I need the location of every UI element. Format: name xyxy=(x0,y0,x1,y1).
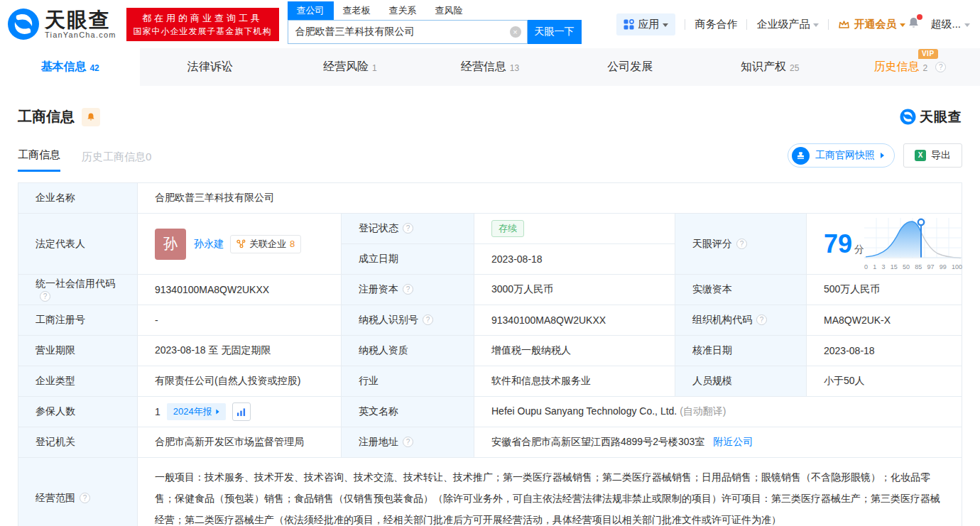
tab-legal-proceedings[interactable]: 法律诉讼 xyxy=(140,48,280,86)
search-tab-risk[interactable]: 查风险 xyxy=(426,1,472,20)
official-snapshot-label: 工商官网快照 xyxy=(815,149,875,162)
approval-date-value: 2023-08-18 xyxy=(807,336,962,366)
subtab-history-registration[interactable]: 历史工商信息0 xyxy=(82,150,151,172)
english-name-label: 英文名称 xyxy=(342,397,474,427)
reg-status-label: 登记状态 xyxy=(342,214,474,244)
menu-apps[interactable]: 应用 xyxy=(616,13,675,35)
search-tab-boss[interactable]: 查老板 xyxy=(334,1,380,20)
legal-rep-link[interactable]: 孙永建 xyxy=(194,238,224,251)
tab-count: 13 xyxy=(510,63,519,73)
menu-open-vip[interactable]: 开通会员 xyxy=(838,18,905,31)
menu-cooperation[interactable]: 商务合作 xyxy=(695,18,737,31)
credit-code-label: 统一社会信用代码 xyxy=(18,275,138,305)
clear-icon[interactable] xyxy=(510,26,521,38)
tab-company-development[interactable]: 公司发展 xyxy=(560,48,700,86)
score-label: 天眼评分 xyxy=(675,214,807,275)
tab-business-info[interactable]: 经营信息 13 xyxy=(420,48,560,86)
help-icon[interactable] xyxy=(423,314,433,325)
establish-date-label: 成立日期 xyxy=(342,244,474,275)
related-companies-badge[interactable]: 关联企业 8 xyxy=(230,235,301,253)
score-axis-labels: 0131550859799100 xyxy=(864,263,962,270)
annual-report-badge[interactable]: 2024年报 xyxy=(167,403,226,420)
company-type-label: 企业类型 xyxy=(18,366,138,397)
insured-trend-button[interactable] xyxy=(232,402,251,421)
top-header: 天眼查 TianYanCha.com 都在用的商业查询工具 国家中小企业发展子基… xyxy=(0,0,980,48)
menu-super-vip-label: 超级... xyxy=(930,18,961,31)
establish-date-value: 2023-08-18 xyxy=(474,244,675,275)
search-button[interactable]: 天眼一下 xyxy=(528,20,582,44)
brand-watermark-label: 天眼查 xyxy=(920,108,962,126)
promo-banner: 都在用的商业查询工具 国家中小企业发展子基金旗下机构 xyxy=(126,8,279,41)
official-snapshot-button[interactable]: 工商官网快照 xyxy=(788,143,895,168)
paid-capital-label: 实缴资本 xyxy=(675,275,807,305)
search-area: 查公司 查老板 查关系 查风险 天眼一下 xyxy=(288,1,582,44)
org-code-value: MA8QW2UK-X xyxy=(807,305,962,336)
subscribe-bell-button[interactable] xyxy=(82,108,100,126)
help-icon[interactable] xyxy=(80,493,90,503)
brand-watermark: 天眼查 xyxy=(900,108,962,126)
help-icon[interactable] xyxy=(40,291,50,302)
tab-operational-risk[interactable]: 经营风险 1 xyxy=(280,48,420,86)
search-tab-relation[interactable]: 查关系 xyxy=(380,1,426,20)
tab-intellectual-property[interactable]: 知识产权 25 xyxy=(700,48,840,86)
status-badge: 存续 xyxy=(491,220,524,237)
english-name-cell: Hefei Oupu Sanyang Technology Co., Ltd. … xyxy=(474,397,962,427)
divider xyxy=(746,19,747,30)
vip-badge: VIP xyxy=(918,49,938,59)
business-registration-section: 工商信息 天眼查 工商信息 历史工商信息0 工商官网快照 xyxy=(0,107,980,526)
notification-dot xyxy=(917,14,922,20)
score-value: 79分 xyxy=(824,231,864,257)
menu-super-vip[interactable]: 超级... xyxy=(930,18,970,31)
tianyancha-logo[interactable]: 天眼查 TianYanCha.com xyxy=(7,8,116,40)
help-icon[interactable] xyxy=(736,239,747,249)
stamp-icon xyxy=(792,147,810,165)
export-button[interactable]: 导出 xyxy=(903,143,962,168)
tab-count: 1 xyxy=(372,63,377,73)
reg-address-label: 注册地址 xyxy=(342,427,474,458)
menu-enterprise[interactable]: 企业级产品 xyxy=(756,18,819,31)
tab-count: 42 xyxy=(89,63,99,73)
arrow-right-icon xyxy=(216,410,219,415)
export-label: 导出 xyxy=(931,149,951,162)
industry-value: 软件和信息技术服务业 xyxy=(474,366,675,397)
chevron-down-icon xyxy=(813,23,819,27)
reg-address-value: 安徽省合肥市高新区望江西路4899号2号楼303室 xyxy=(491,436,704,447)
english-name-value: Hefei Oupu Sanyang Technology Co., Ltd. xyxy=(491,405,677,417)
business-term-label: 营业期限 xyxy=(18,336,138,366)
table-row: 营业期限 2023-08-18 至 无固定期限 纳税人资质 增值税一般纳税人 核… xyxy=(18,336,962,366)
divider xyxy=(685,19,685,30)
industry-label: 行业 xyxy=(342,366,474,397)
promo-line2: 国家中小企业发展子基金旗下机构 xyxy=(134,25,272,38)
reg-number-value: - xyxy=(138,305,342,336)
menu-apps-label: 应用 xyxy=(638,18,659,31)
table-row: 工商注册号 - 纳税人识别号 91340100MA8QW2UKXX 组织机构代码… xyxy=(18,305,962,336)
search-input[interactable] xyxy=(288,20,528,44)
subtab-current-registration[interactable]: 工商信息 xyxy=(18,148,60,172)
tab-basic-info[interactable]: 基本信息 42 xyxy=(0,48,140,86)
reg-status-value: 存续 xyxy=(474,214,675,244)
company-name-label: 企业名称 xyxy=(18,183,138,214)
search-tab-company[interactable]: 查公司 xyxy=(288,1,334,20)
help-icon[interactable] xyxy=(756,314,767,325)
tab-label: 知识产权 xyxy=(741,60,786,75)
bar-chart-icon xyxy=(236,407,246,417)
tab-label: 公司发展 xyxy=(607,60,653,75)
tab-history-info[interactable]: 历史信息 VIP 2 xyxy=(840,48,980,86)
tab-label: 经营风险 xyxy=(323,60,369,75)
logo-subtitle: TianYanCha.com xyxy=(45,31,116,39)
legal-rep-avatar[interactable]: 孙 xyxy=(155,229,186,260)
help-icon[interactable] xyxy=(403,437,413,447)
apps-grid-icon xyxy=(624,19,634,30)
related-companies-count: 8 xyxy=(290,239,295,249)
notification-bell[interactable] xyxy=(907,16,920,33)
table-row: 法定代表人 孙 孙永建 关联企业 8 xyxy=(18,214,962,244)
business-scope-value: 一般项目：技术服务、技术开发、技术咨询、技术交流、技术转让、技术推广；第一类医疗… xyxy=(138,458,962,526)
help-icon[interactable] xyxy=(935,62,946,72)
auto-translate-note: (自动翻译) xyxy=(680,405,726,417)
help-icon[interactable] xyxy=(403,284,413,295)
promo-line1: 都在用的商业查询工具 xyxy=(134,11,272,25)
staff-size-label: 人员规模 xyxy=(675,366,807,397)
nearby-companies-link[interactable]: 附近公司 xyxy=(713,436,753,447)
reg-capital-label: 注册资本 xyxy=(342,275,474,305)
help-icon[interactable] xyxy=(403,223,413,234)
